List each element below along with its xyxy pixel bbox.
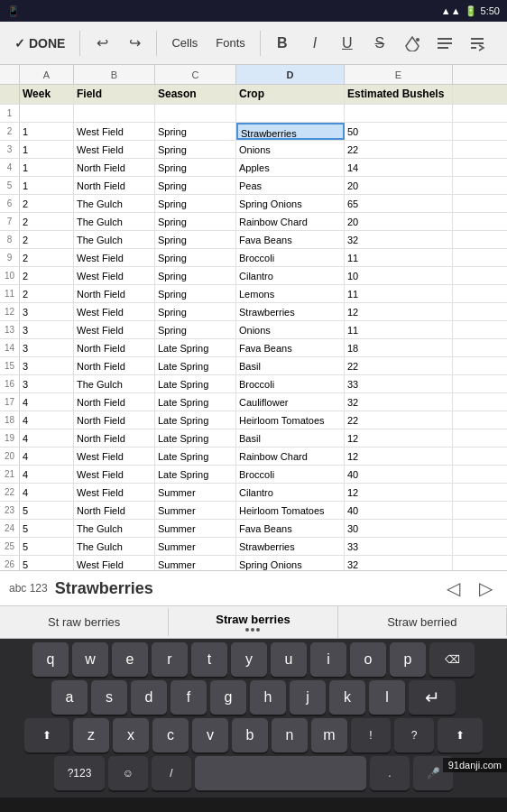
cell-25-d[interactable]: Strawberries: [236, 538, 345, 555]
cell-6-c[interactable]: Spring: [155, 195, 236, 212]
cell-25-b[interactable]: The Gulch: [74, 538, 155, 555]
cell-11-a[interactable]: 2: [20, 285, 74, 302]
cell-14-b[interactable]: North Field: [74, 339, 155, 356]
cell-6-a[interactable]: 2: [20, 195, 74, 212]
next-cell-button[interactable]: ▷: [473, 577, 498, 599]
cell-25-a[interactable]: 5: [20, 538, 74, 555]
cell-26-b[interactable]: West Field: [74, 556, 155, 570]
cell-17-c[interactable]: Late Spring: [155, 393, 236, 411]
cell-4-b[interactable]: North Field: [74, 159, 155, 176]
cell-5-e[interactable]: 20: [345, 177, 453, 194]
key-r[interactable]: r: [152, 642, 188, 677]
cell-4-a[interactable]: 1: [20, 159, 74, 176]
header-week[interactable]: Week: [20, 85, 74, 104]
key-m[interactable]: m: [311, 718, 347, 752]
cell-21-c[interactable]: Late Spring: [155, 466, 236, 483]
cell-9-b[interactable]: West Field: [74, 249, 155, 266]
key-question[interactable]: ?: [394, 718, 434, 752]
key-backspace[interactable]: ⌫: [429, 642, 475, 677]
cell-10-a[interactable]: 2: [20, 267, 74, 284]
cell-22-e[interactable]: 12: [345, 484, 453, 501]
cell-12-a[interactable]: 3: [20, 303, 74, 320]
cell-23-c[interactable]: Summer: [155, 502, 236, 519]
cell-18-a[interactable]: 4: [20, 411, 74, 429]
cell-17-d[interactable]: Cauliflower: [236, 393, 345, 411]
cell-26-c[interactable]: Summer: [155, 556, 236, 570]
cell-4-c[interactable]: Spring: [155, 159, 236, 176]
cell-7-b[interactable]: The Gulch: [74, 213, 155, 230]
cell-15-b[interactable]: North Field: [74, 357, 155, 374]
cell-10-b[interactable]: West Field: [74, 267, 155, 284]
key-g[interactable]: g: [210, 680, 246, 715]
cell-25-e[interactable]: 33: [345, 538, 453, 555]
recent-button[interactable]: □: [400, 800, 447, 813]
cell-16-b[interactable]: The Gulch: [74, 375, 155, 392]
cell-14-a[interactable]: 3: [20, 339, 74, 356]
cell-4-e[interactable]: 14: [345, 159, 453, 176]
cell-16-e[interactable]: 33: [345, 375, 453, 392]
cell-2-b[interactable]: West Field: [74, 123, 155, 140]
cell-25-c[interactable]: Summer: [155, 538, 236, 555]
cell-20-d[interactable]: Rainbow Chard: [236, 448, 345, 465]
cell-16-c[interactable]: Late Spring: [155, 375, 236, 392]
cell-24-b[interactable]: The Gulch: [74, 520, 155, 537]
cell-3-c[interactable]: Spring: [155, 141, 236, 158]
cell-20-a[interactable]: 4: [20, 448, 74, 465]
cell-16-d[interactable]: Broccoli: [236, 375, 345, 392]
cell-4-d[interactable]: Apples: [236, 159, 345, 176]
cell-21-d[interactable]: Broccoli: [236, 466, 345, 483]
done-button[interactable]: ✓ DONE: [7, 32, 72, 54]
cell-11-d[interactable]: Lemons: [236, 285, 345, 302]
cell-13-a[interactable]: 3: [20, 321, 74, 338]
cell-13-e[interactable]: 11: [345, 321, 453, 338]
key-period[interactable]: .: [370, 756, 410, 790]
cell-24-e[interactable]: 30: [345, 520, 453, 537]
cell-24-c[interactable]: Summer: [155, 520, 236, 537]
cell-22-a[interactable]: 4: [20, 484, 74, 501]
cell-3-a[interactable]: 1: [20, 141, 74, 158]
cell-26-d[interactable]: Spring Onions: [236, 556, 345, 570]
key-h[interactable]: h: [250, 680, 286, 715]
cell-7-c[interactable]: Spring: [155, 213, 236, 230]
cell-1-b[interactable]: [74, 105, 155, 122]
key-q[interactable]: q: [32, 642, 69, 677]
key-o[interactable]: o: [350, 642, 386, 677]
key-k[interactable]: k: [329, 680, 365, 715]
cell-5-c[interactable]: Spring: [155, 177, 236, 194]
cell-12-b[interactable]: West Field: [74, 303, 155, 320]
cell-2-c[interactable]: Spring: [155, 123, 236, 140]
cell-14-c[interactable]: Late Spring: [155, 339, 236, 356]
key-d[interactable]: d: [131, 680, 167, 715]
key-p[interactable]: p: [390, 642, 426, 677]
key-enter[interactable]: ↵: [409, 680, 456, 715]
key-t[interactable]: t: [191, 642, 227, 677]
cell-2-d[interactable]: Strawberries: [236, 123, 345, 140]
cell-23-a[interactable]: 5: [20, 502, 74, 519]
strikethrough-button[interactable]: S: [365, 29, 394, 58]
cell-21-e[interactable]: 40: [345, 466, 453, 483]
cell-11-b[interactable]: North Field: [74, 285, 155, 302]
cell-6-d[interactable]: Spring Onions: [236, 195, 345, 212]
cell-5-b[interactable]: North Field: [74, 177, 155, 194]
key-s[interactable]: s: [91, 680, 127, 715]
cell-12-e[interactable]: 12: [345, 303, 453, 320]
cell-8-d[interactable]: Fava Beans: [236, 231, 345, 248]
key-y[interactable]: y: [231, 642, 267, 677]
cell-17-e[interactable]: 32: [345, 393, 453, 411]
cell-15-c[interactable]: Late Spring: [155, 357, 236, 374]
key-c[interactable]: c: [152, 718, 189, 752]
redo-button[interactable]: ↪: [120, 29, 149, 58]
cell-10-e[interactable]: 10: [345, 267, 453, 284]
cell-23-d[interactable]: Heirloom Tomatoes: [236, 502, 345, 519]
key-e[interactable]: e: [112, 642, 148, 677]
cell-13-d[interactable]: Onions: [236, 321, 345, 338]
cell-7-a[interactable]: 2: [20, 213, 74, 230]
cell-20-e[interactable]: 12: [345, 448, 453, 465]
cell-22-d[interactable]: Cilantro: [236, 484, 345, 501]
undo-button[interactable]: ↩: [88, 29, 116, 58]
key-slash[interactable]: /: [152, 756, 191, 790]
cell-2-e[interactable]: 50: [345, 123, 453, 140]
cell-22-b[interactable]: West Field: [74, 484, 155, 501]
home-button[interactable]: ○: [231, 800, 278, 813]
key-exclaim[interactable]: !: [351, 718, 391, 752]
